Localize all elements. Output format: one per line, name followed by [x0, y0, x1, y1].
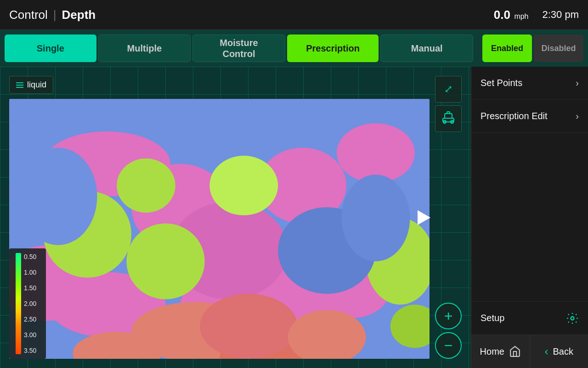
svg-rect-28: [447, 112, 450, 114]
sidebar: Set Points › Prescription Edit › Setup H…: [471, 67, 588, 368]
tab-multiple[interactable]: Multiple: [98, 34, 191, 62]
zoom-in-button[interactable]: +: [435, 303, 462, 329]
setup-item[interactable]: Setup: [471, 302, 588, 335]
map-area: liquid: [0, 67, 471, 368]
map-controls-top: ⤢: [435, 76, 462, 132]
legend-value-1: 3.50: [24, 347, 36, 354]
legend-value-4: 2.00: [24, 300, 36, 307]
back-label: Back: [553, 346, 573, 357]
resize-icon: ⤢: [444, 83, 452, 95]
map-controls-bottom: + −: [435, 303, 462, 359]
robot-button[interactable]: [435, 105, 462, 132]
home-button[interactable]: Home: [471, 335, 530, 368]
speed-display: 0.0 mph: [494, 8, 529, 22]
legend-labels: 3.50 3.00 2.50 2.00 1.50 1.00 0.50: [24, 253, 36, 354]
tab-manual[interactable]: Manual: [380, 34, 473, 62]
chevron-right-icon-2: ›: [576, 111, 579, 121]
legend: 3.50 3.00 2.50 2.00 1.50 1.00 0.50: [9, 248, 46, 359]
home-icon: [509, 345, 521, 357]
sidebar-bottom: Setup Home ‹ Back: [471, 301, 588, 368]
speed-unit: mph: [514, 12, 528, 20]
header-right: 0.0 mph 2:30 pm: [494, 8, 579, 22]
zoom-out-button[interactable]: −: [435, 332, 462, 359]
legend-value-5: 1.50: [24, 284, 36, 292]
layer-label: liquid: [27, 80, 46, 90]
home-label: Home: [480, 346, 504, 357]
robot-icon: [441, 110, 456, 127]
svg-point-29: [571, 316, 574, 320]
legend-value-2: 3.00: [24, 331, 36, 339]
header-title: Control | Depth: [9, 8, 96, 22]
svg-point-23: [341, 175, 410, 261]
back-button[interactable]: ‹ Back: [530, 335, 588, 368]
legend-value-7: 0.50: [24, 253, 36, 260]
svg-rect-25: [443, 118, 454, 122]
legend-value-3: 2.50: [24, 316, 36, 323]
enable-group: Enabled Disabled: [478, 34, 588, 62]
gear-icon: [566, 312, 579, 325]
main-content: liquid: [0, 67, 588, 368]
svg-point-19: [200, 294, 298, 359]
sidebar-item-set-points[interactable]: Set Points ›: [471, 67, 588, 100]
set-points-label: Set Points: [481, 78, 522, 88]
svg-point-11: [126, 224, 204, 299]
legend-value-6: 1.00: [24, 269, 36, 276]
legend-color-bar: [16, 253, 21, 354]
enabled-button[interactable]: Enabled: [482, 34, 532, 62]
resize-button[interactable]: ⤢: [435, 76, 462, 103]
sidebar-item-prescription-edit[interactable]: Prescription Edit ›: [471, 100, 588, 133]
chevron-right-icon: ›: [576, 78, 579, 88]
time-display: 2:30 pm: [543, 9, 579, 21]
nav-row: Home ‹ Back: [471, 335, 588, 368]
tab-single[interactable]: Single: [5, 34, 96, 62]
minus-icon: −: [444, 337, 453, 354]
svg-point-12: [209, 156, 278, 215]
menu-icon: [16, 82, 23, 88]
control-label: Control: [9, 8, 48, 22]
sidebar-spacer: [471, 133, 588, 301]
plus-icon: +: [444, 308, 453, 325]
tab-group: Single Multiple Moisture Control Prescri…: [0, 34, 478, 62]
back-arrow-icon: ‹: [545, 345, 548, 358]
header-separator: |: [53, 8, 57, 22]
tab-bar: Single Multiple Moisture Control Prescri…: [0, 30, 588, 67]
location-indicator: [418, 210, 430, 225]
legend-bar: 3.50 3.00 2.50 2.00 1.50 1.00 0.50: [16, 253, 40, 354]
layer-selector[interactable]: liquid: [9, 76, 53, 94]
mode-label: Depth: [62, 8, 96, 22]
svg-point-13: [117, 158, 175, 213]
svg-point-22: [19, 148, 97, 245]
tab-moisture-control[interactable]: Moisture Control: [192, 34, 285, 62]
svg-point-4: [337, 123, 415, 183]
svg-rect-24: [445, 114, 452, 118]
setup-label: Setup: [481, 313, 504, 323]
prescription-map: [9, 99, 430, 359]
header: Control | Depth 0.0 mph 2:30 pm: [0, 0, 588, 30]
prescription-edit-label: Prescription Edit: [481, 111, 548, 121]
speed-value: 0.0: [494, 8, 510, 22]
disabled-button[interactable]: Disabled: [534, 34, 583, 62]
tab-prescription[interactable]: Prescription: [287, 34, 379, 62]
